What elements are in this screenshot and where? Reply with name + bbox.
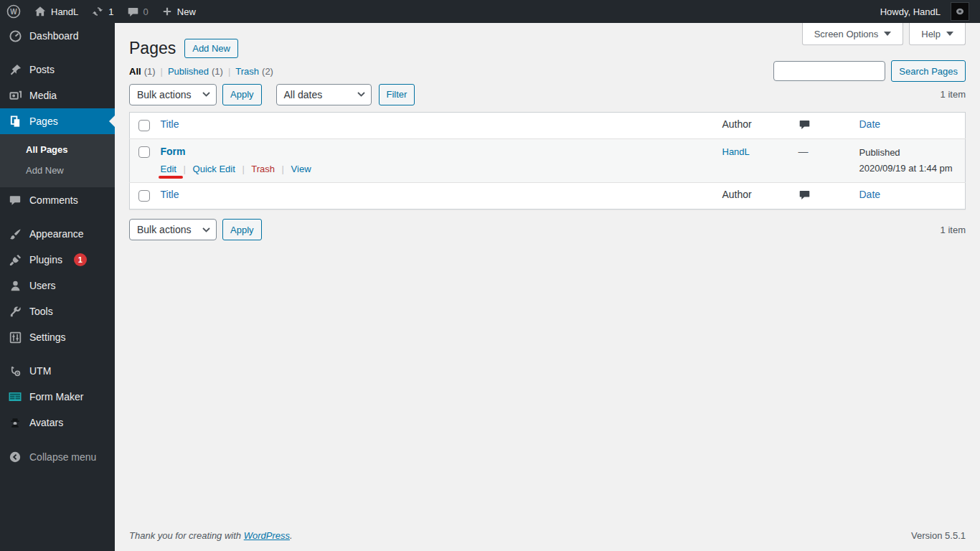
sidebar-item-settings[interactable]: Settings	[0, 324, 115, 350]
update-icon	[91, 5, 104, 18]
sidebar-label: Plugins	[29, 254, 62, 265]
red-underline-annotation	[159, 176, 183, 179]
sidebar-label: Appearance	[29, 228, 84, 240]
search-input[interactable]	[773, 61, 885, 81]
page-title: Pages	[129, 38, 176, 60]
sidebar-label: UTM	[29, 365, 51, 377]
footer-thanks-text: Thank you for creating with	[129, 530, 241, 541]
row-actions: Edit Quick Edit Trash View	[161, 164, 708, 174]
filter-count: (1)	[144, 66, 156, 77]
filter-trash[interactable]: Trash (2)	[235, 66, 273, 77]
comments-column-icon	[798, 118, 811, 131]
sidebar-item-appearance[interactable]: Appearance	[0, 221, 115, 247]
filter-label[interactable]: Trash	[235, 66, 259, 77]
avatar	[951, 2, 969, 21]
comment-bubble-icon	[127, 6, 139, 18]
media-icon	[8, 88, 22, 103]
sidebar-label: Media	[29, 90, 57, 101]
author-footer: Author	[722, 189, 752, 200]
pages-icon	[8, 114, 22, 128]
sidebar-label: Posts	[29, 64, 55, 75]
sidebar-item-add-new[interactable]: Add New	[0, 160, 115, 181]
apply-button-bottom[interactable]: Apply	[222, 219, 262, 240]
sidebar-item-users[interactable]: Users	[0, 273, 115, 298]
plus-icon	[161, 6, 173, 17]
bulk-actions-value: Bulk actions	[137, 89, 191, 100]
sidebar-item-comments[interactable]: Comments	[0, 187, 115, 213]
row-checkbox[interactable]	[138, 146, 150, 158]
sidebar-label: Form Maker	[29, 391, 83, 402]
row-action-edit-wrap: Edit	[161, 164, 190, 174]
chevron-down-icon	[357, 92, 365, 97]
sidebar-label: Collapse menu	[29, 451, 96, 463]
pages-submenu: All Pages Add New	[0, 134, 115, 187]
updates-menu[interactable]: 1	[85, 0, 120, 23]
search-pages-button[interactable]: Search Pages	[891, 60, 966, 82]
wordpress-logo-menu[interactable]: W	[0, 0, 27, 23]
sidebar-label: Comments	[29, 194, 78, 206]
new-content-menu[interactable]: New	[155, 0, 202, 23]
sidebar-item-avatars[interactable]: Avatars	[0, 410, 115, 435]
admin-footer: Thank you for creating with WordPress. V…	[115, 524, 980, 551]
apply-button[interactable]: Apply	[222, 84, 262, 105]
chevron-down-icon	[202, 92, 210, 97]
sidebar-label: Avatars	[29, 417, 63, 428]
paintbrush-icon	[8, 227, 22, 241]
comments-column-icon	[798, 189, 811, 201]
plugin-icon	[8, 253, 22, 267]
sidebar-item-pages[interactable]: Pages	[0, 108, 115, 134]
wordpress-logo-icon: W	[6, 4, 21, 19]
page-row-title-link[interactable]: Form	[161, 146, 186, 157]
select-all-checkbox[interactable]	[138, 120, 150, 131]
trash-link[interactable]: Trash	[251, 164, 275, 174]
sort-title-header[interactable]: Title	[161, 118, 179, 130]
admin-bar-left: W HandL 1 0 New	[0, 0, 202, 23]
quick-edit-link[interactable]: Quick Edit	[193, 164, 235, 174]
view-link[interactable]: View	[291, 164, 311, 174]
site-name-label: HandL	[51, 6, 78, 17]
add-new-button[interactable]: Add New	[184, 39, 238, 58]
filter-published[interactable]: Published (1)	[168, 66, 235, 77]
sidebar-item-posts[interactable]: Posts	[0, 57, 115, 83]
search-form: Search Pages	[773, 60, 966, 82]
filter-button[interactable]: Filter	[379, 84, 415, 105]
bulk-actions-select[interactable]: Bulk actions	[129, 84, 217, 105]
sidebar-label: Pages	[29, 116, 58, 127]
row-action-trash-wrap: Trash	[249, 164, 288, 174]
filter-all[interactable]: All (1)	[129, 66, 168, 77]
sort-date-footer[interactable]: Date	[859, 189, 881, 200]
site-name-menu[interactable]: HandL	[27, 0, 85, 23]
sidebar-item-utm[interactable]: UTM	[0, 358, 115, 384]
bulk-actions-value: Bulk actions	[137, 224, 191, 235]
sidebar-item-plugins[interactable]: Plugins 1	[0, 247, 115, 273]
admin-sidebar: Dashboard Posts Media Pages All	[0, 23, 115, 551]
filter-count: (2)	[262, 66, 273, 77]
filter-label[interactable]: All	[129, 66, 141, 77]
comments-menu[interactable]: 0	[121, 0, 155, 23]
pages-wrap: Pages Add New Search Pages All (1) Publi…	[115, 23, 980, 240]
sidebar-item-tools[interactable]: Tools	[0, 298, 115, 324]
sidebar-item-media[interactable]: Media	[0, 83, 115, 108]
bulk-actions-select-bottom[interactable]: Bulk actions	[129, 219, 217, 240]
author-link[interactable]: HandL	[722, 146, 750, 157]
date-filter-select[interactable]: All dates	[276, 84, 372, 105]
select-all-checkbox-bottom[interactable]	[138, 190, 150, 202]
table-row: Form Edit Quick Edit Trash View	[130, 138, 966, 182]
avatars-icon	[8, 415, 22, 430]
admin-bar: W HandL 1 0 New	[0, 0, 980, 23]
sidebar-item-all-pages[interactable]: All Pages	[0, 139, 115, 160]
filter-label[interactable]: Published	[168, 66, 209, 77]
comments-icon	[8, 193, 22, 207]
sort-title-footer[interactable]: Title	[161, 189, 179, 200]
update-count: 1	[108, 6, 113, 17]
collapse-menu-button[interactable]: Collapse menu	[0, 444, 115, 470]
sidebar-item-dashboard[interactable]: Dashboard	[0, 23, 115, 49]
form-maker-icon	[8, 390, 22, 404]
my-account-menu[interactable]: Howdy, HandL	[874, 0, 976, 23]
wordpress-link[interactable]: WordPress	[244, 530, 290, 541]
footer-thanks: Thank you for creating with WordPress.	[129, 530, 293, 541]
admin-bar-right: Howdy, HandL	[874, 0, 980, 23]
edit-link[interactable]: Edit	[161, 164, 176, 174]
sidebar-item-form-maker[interactable]: Form Maker	[0, 384, 115, 410]
sort-date-header[interactable]: Date	[859, 118, 881, 130]
